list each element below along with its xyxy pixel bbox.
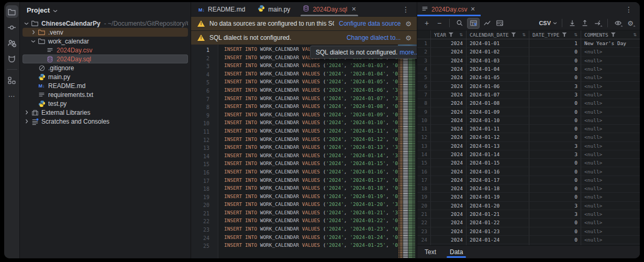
sql-line[interactable]: INSERT INTO WORK_CALENDAR VALUES ('2024'… bbox=[224, 201, 417, 210]
sql-line[interactable]: INSERT INTO WORK_CALENDAR VALUES ('2024'… bbox=[224, 177, 417, 185]
chart-view-icon[interactable] bbox=[482, 18, 492, 28]
row-number[interactable]: 3 bbox=[417, 57, 431, 65]
sql-line[interactable]: INSERT INTO WORK_CALENDAR VALUES ('2024'… bbox=[224, 119, 417, 128]
more-options-icon[interactable]: ⋮ bbox=[618, 2, 640, 16]
cell-comments[interactable]: <null> bbox=[581, 99, 640, 107]
gear-icon[interactable]: ⚙ bbox=[405, 20, 412, 28]
sql-line[interactable]: INSERT INTO WORK_CALENDAR VALUES ('2024'… bbox=[224, 112, 417, 120]
column-header-comments[interactable]: COMMENTS⇅ bbox=[581, 30, 640, 39]
cell-year[interactable]: 2024 bbox=[431, 227, 467, 236]
column-header-date_type[interactable]: DATE_TYPE⇅ bbox=[529, 30, 581, 39]
tree-item-main-py[interactable]: main.py bbox=[23, 72, 188, 81]
tooltip-more-link[interactable]: more... bbox=[399, 49, 417, 56]
format-dropdown[interactable]: CSV bbox=[539, 20, 557, 26]
cell-date-type[interactable]: 0 bbox=[529, 116, 581, 125]
cell-year[interactable]: 2024 bbox=[431, 184, 467, 193]
cell-date-type[interactable]: 0 bbox=[529, 133, 581, 141]
row-number[interactable]: 22 bbox=[417, 219, 431, 227]
row-number[interactable]: 19 bbox=[417, 193, 431, 201]
cell-comments[interactable]: <null> bbox=[581, 142, 640, 150]
row-number[interactable]: 4 bbox=[417, 65, 431, 73]
sql-line[interactable]: INSERT INTO WORK_CALENDAR VALUES ('2024'… bbox=[224, 71, 417, 79]
cell-year[interactable]: 2024 bbox=[431, 48, 467, 56]
cell-calendar-date[interactable]: 2024-01-15 bbox=[467, 159, 529, 167]
cell-year[interactable]: 2024 bbox=[431, 176, 467, 184]
cell-calendar-date[interactable]: 2024-01-16 bbox=[467, 167, 529, 176]
pull-requests-icon[interactable] bbox=[6, 37, 18, 49]
sql-line[interactable]: INSERT INTO WORK_CALENDAR VALUES ('2024'… bbox=[224, 144, 417, 152]
cell-calendar-date[interactable]: 2024-01-05 bbox=[467, 73, 529, 82]
sort-icon[interactable]: ⇅ bbox=[574, 32, 578, 37]
filter-table-button-active[interactable] bbox=[467, 18, 480, 29]
cell-year[interactable]: 2024 bbox=[431, 65, 467, 73]
cell-year[interactable]: 2024 bbox=[431, 236, 467, 244]
sql-line[interactable]: INSERT INTO WORK_CALENDAR VALUES ('2024'… bbox=[224, 217, 417, 226]
cell-year[interactable]: 2024 bbox=[431, 133, 467, 141]
sql-line[interactable]: INSERT INTO WORK_CALENDAR VALUES ('2024'… bbox=[224, 152, 417, 161]
view-eye-icon[interactable] bbox=[613, 18, 623, 28]
cell-calendar-date[interactable]: 2024-01-17 bbox=[467, 176, 529, 184]
cell-calendar-date[interactable]: 2024-01-10 bbox=[467, 116, 529, 125]
sql-line[interactable]: INSERT INTO WORK_CALENDAR VALUES ('2024'… bbox=[224, 160, 417, 169]
commit-icon[interactable] bbox=[6, 21, 18, 34]
sql-line[interactable]: INSERT INTO WORK_CALENDAR VALUES ('2024'… bbox=[224, 242, 417, 250]
cell-year[interactable]: 2024 bbox=[431, 39, 467, 48]
cell-comments[interactable]: <null> bbox=[581, 125, 640, 133]
cell-year[interactable]: 2024 bbox=[431, 159, 467, 167]
cell-calendar-date[interactable]: 2024-01-04 bbox=[467, 65, 529, 73]
sql-editor[interactable]: 1234567891011121314151617181920212223242… bbox=[191, 45, 417, 258]
cell-comments[interactable]: <null> bbox=[581, 159, 640, 167]
row-number[interactable]: 6 bbox=[417, 82, 431, 90]
cell-comments[interactable]: <null> bbox=[581, 184, 640, 193]
sort-icon[interactable]: ⇅ bbox=[522, 32, 526, 37]
close-icon[interactable]: ✕ bbox=[351, 6, 356, 13]
tree-item-requirements-txt[interactable]: requirements.txt bbox=[23, 90, 188, 99]
cell-calendar-date[interactable]: 2024-01-01 bbox=[467, 39, 529, 48]
cell-comments[interactable]: New Year's Day bbox=[581, 39, 640, 48]
row-number[interactable]: 24 bbox=[417, 236, 431, 244]
cell-year[interactable]: 2024 bbox=[431, 73, 467, 82]
sql-line[interactable]: INSERT INTO WORK_CALENDAR VALUES ('2024'… bbox=[224, 95, 417, 104]
cell-year[interactable]: 2024 bbox=[431, 107, 467, 116]
cell-comments[interactable]: <null> bbox=[581, 116, 640, 125]
cell-year[interactable]: 2024 bbox=[431, 210, 467, 219]
cell-calendar-date[interactable]: 2024-01-12 bbox=[467, 133, 529, 141]
filter-funnel-icon[interactable] bbox=[449, 32, 453, 37]
tree-item--gitignore[interactable]: .gitignore bbox=[23, 63, 188, 72]
cell-date-type[interactable]: 0 bbox=[529, 219, 581, 227]
tree-item-test-py[interactable]: test.py bbox=[23, 99, 188, 108]
filter-funnel-icon[interactable] bbox=[511, 32, 516, 37]
cell-calendar-date[interactable]: 2024-01-03 bbox=[467, 57, 529, 65]
sql-line[interactable]: INSERT INTO WORK_CALENDAR VALUES ('2024'… bbox=[224, 136, 417, 145]
cell-calendar-date[interactable]: 2024-01-08 bbox=[467, 99, 529, 107]
tree-item-2024day-csv[interactable]: 2024Day.csv bbox=[23, 46, 188, 54]
filter-funnel-icon[interactable] bbox=[562, 32, 567, 37]
tree-item--venv[interactable]: .venv bbox=[23, 28, 188, 37]
filter-funnel-icon[interactable] bbox=[611, 32, 616, 37]
cell-calendar-date[interactable]: 2024-01-22 bbox=[467, 219, 529, 227]
column-header-year[interactable]: YEAR⇅ bbox=[431, 30, 467, 39]
cell-year[interactable]: 2024 bbox=[431, 116, 467, 125]
row-number[interactable]: 5 bbox=[417, 73, 431, 82]
cell-calendar-date[interactable]: 2024-01-23 bbox=[467, 227, 529, 236]
cell-date-type[interactable]: 0 bbox=[529, 227, 581, 236]
cell-comments[interactable]: <null> bbox=[581, 227, 640, 236]
tree-item-readme-md[interactable]: M↓README.md bbox=[23, 81, 188, 90]
row-number[interactable]: 13 bbox=[417, 142, 431, 150]
chevron-down-icon[interactable] bbox=[29, 40, 37, 43]
sql-line[interactable]: INSERT INTO WORK_CALENDAR VALUES ('2024'… bbox=[224, 185, 417, 193]
row-number[interactable]: 8 bbox=[417, 99, 431, 107]
tree-item-2024day-sql[interactable]: 2024Day.sql bbox=[23, 54, 188, 63]
sql-line[interactable]: INSERT INTO WORK_CALENDAR VALUES ('2024'… bbox=[224, 79, 417, 87]
cell-calendar-date[interactable]: 2024-01-13 bbox=[467, 142, 529, 150]
cell-date-type[interactable]: 0 bbox=[529, 184, 581, 193]
cell-calendar-date[interactable]: 2024-01-24 bbox=[467, 236, 529, 244]
row-number[interactable]: 15 bbox=[417, 159, 431, 167]
row-number[interactable]: 16 bbox=[417, 167, 431, 176]
sql-line[interactable]: INSERT INTO WORK_CALENDAR VALUES ('2024'… bbox=[224, 103, 417, 112]
cell-year[interactable]: 2024 bbox=[431, 219, 467, 227]
cell-date-type[interactable]: 0 bbox=[529, 193, 581, 201]
chevron-right-icon[interactable] bbox=[29, 30, 37, 35]
cell-calendar-date[interactable]: 2024-01-09 bbox=[467, 107, 529, 116]
cell-comments[interactable]: <null> bbox=[581, 236, 640, 244]
